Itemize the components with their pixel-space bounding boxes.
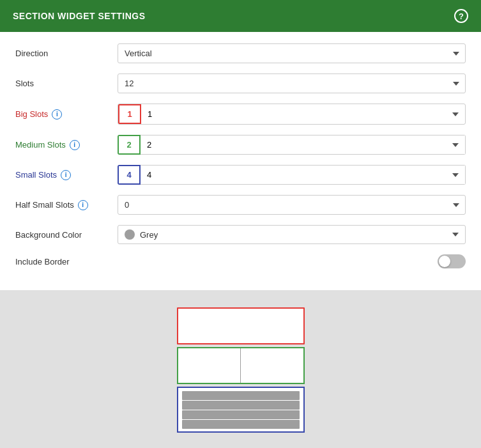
preview-small-line-2 (182, 401, 300, 410)
direction-row: Direction Vertical Horizontal (15, 43, 466, 63)
dialog-header: SECTION WIDGET SETTINGS ? (0, 0, 481, 32)
color-value: Grey (140, 230, 452, 240)
small-slots-control: 4 0 2 4 (118, 165, 466, 185)
half-small-slots-info-icon[interactable]: i (78, 200, 88, 210)
include-border-toggle-wrapper (118, 254, 466, 268)
medium-slots-select[interactable]: 0 1 2 (141, 135, 465, 154)
small-slots-select[interactable]: 0 2 4 (141, 166, 465, 184)
big-slots-control: 1 0 1 2 (118, 104, 466, 125)
big-slots-badge: 1 (118, 104, 141, 124)
big-slots-select-wrapper: 0 1 2 (141, 105, 465, 123)
small-slots-badge: 4 (118, 165, 141, 185)
big-slots-row: Big Slots i 1 0 1 2 (15, 104, 466, 125)
small-slots-select-wrapper: 0 2 4 (141, 165, 466, 185)
small-slots-info-icon[interactable]: i (61, 170, 71, 180)
big-slots-label: Big Slots i (15, 109, 118, 120)
medium-slots-info-icon[interactable]: i (70, 140, 80, 150)
big-slots-select[interactable]: 0 1 2 (141, 105, 465, 123)
preview-small-line-3 (182, 410, 300, 419)
help-icon[interactable]: ? (454, 9, 468, 23)
preview-small-line-4 (182, 420, 300, 429)
direction-label: Direction (15, 49, 118, 58)
half-small-slots-select-wrapper: 0 1 2 (118, 195, 466, 215)
half-small-slots-select[interactable]: 0 1 2 (118, 195, 466, 215)
medium-slots-select-wrapper: 0 1 2 (141, 135, 466, 155)
color-chevron-icon (452, 233, 459, 236)
preview-small-slots (177, 387, 305, 433)
background-color-select[interactable]: Grey (118, 225, 466, 244)
form-area: Direction Vertical Horizontal Slots 6 12… (0, 32, 481, 290)
slots-row: Slots 6 12 16 (15, 73, 466, 93)
background-color-row: Background Color Grey (15, 225, 466, 244)
small-slots-row: Small Slots i 4 0 2 4 (15, 165, 466, 185)
medium-slots-label: Medium Slots i (15, 140, 118, 150)
small-slots-label: Small Slots i (15, 170, 118, 180)
medium-slots-control: 2 0 1 2 (118, 135, 466, 155)
direction-select[interactable]: Vertical Horizontal (118, 43, 466, 63)
preview-big-slot (177, 307, 305, 344)
include-border-label: Include Border (15, 257, 118, 266)
half-small-slots-row: Half Small Slots i 0 1 2 (15, 195, 466, 215)
medium-slots-badge: 2 (118, 135, 141, 155)
direction-select-wrapper: Vertical Horizontal (118, 43, 466, 63)
big-slots-info-icon[interactable]: i (52, 109, 62, 120)
toggle-knob (439, 256, 450, 267)
medium-slots-row: Medium Slots i 2 0 1 2 (15, 135, 466, 155)
preview-area (0, 290, 481, 448)
background-color-label: Background Color (15, 230, 118, 240)
preview-small-line-1 (182, 391, 300, 400)
preview-medium-slots (177, 347, 305, 384)
half-small-slots-label: Half Small Slots i (15, 200, 118, 210)
slots-label: Slots (15, 79, 118, 88)
color-swatch (125, 229, 135, 240)
include-border-toggle[interactable] (438, 254, 466, 268)
preview-container (177, 307, 305, 433)
slots-select-wrapper: 6 12 16 (118, 73, 466, 93)
preview-medium-cell-1 (178, 348, 241, 383)
dialog-title: SECTION WIDGET SETTINGS (13, 11, 146, 21)
preview-medium-cell-2 (241, 348, 303, 383)
slots-select[interactable]: 6 12 16 (118, 73, 466, 93)
include-border-row: Include Border (15, 254, 466, 268)
